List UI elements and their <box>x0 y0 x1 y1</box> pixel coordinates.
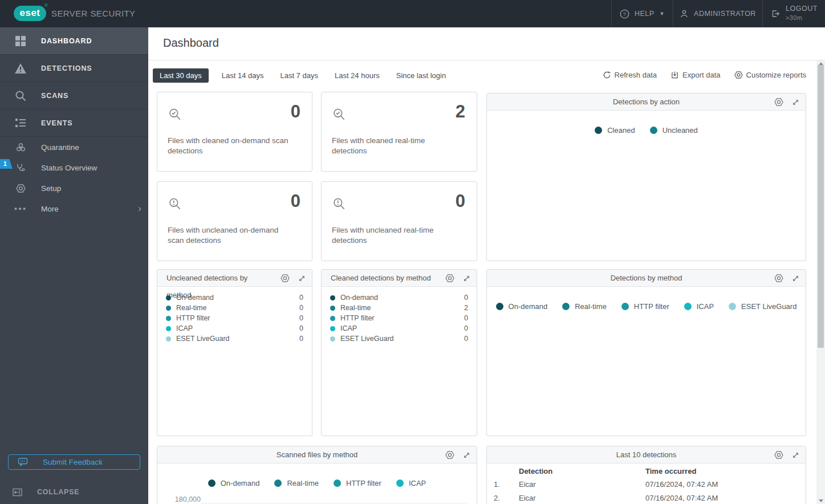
table-row[interactable]: 2.Eicar07/16/2024, 07:42 AM <box>487 494 718 504</box>
legend-value: 0 <box>299 335 303 343</box>
gear-icon[interactable] <box>774 450 783 460</box>
summary-card-cleaned-real-time[interactable]: 2 Files with cleaned real-time detection… <box>321 92 477 172</box>
refresh-data-button[interactable]: Refresh data <box>603 71 657 79</box>
collapse-button[interactable]: COLLAPSE <box>13 484 79 500</box>
sidebar-item-label: More <box>41 205 59 213</box>
gear-icon[interactable] <box>445 450 454 460</box>
gear-icon[interactable] <box>445 274 454 283</box>
expand-icon[interactable] <box>462 451 471 460</box>
panel-title: Uncleaned detections by method <box>157 270 266 287</box>
sidebar-item-more[interactable]: ●●● More › <box>0 198 148 219</box>
expand-icon[interactable] <box>462 274 471 283</box>
tab-since-last-login[interactable]: Since last login <box>393 68 449 83</box>
expand-icon[interactable] <box>791 274 800 283</box>
legend-label: ESET LiveGuard <box>176 335 230 343</box>
summary-card-uncleaned-on-demand[interactable]: 0 Files with uncleaned on-demand scan de… <box>157 181 312 261</box>
legend-label: On-demand <box>221 479 260 487</box>
card-value: 0 <box>291 101 300 122</box>
table-row[interactable]: 1.Eicar07/16/2024, 07:42 AM <box>487 480 718 494</box>
vertical-scrollbar[interactable] <box>816 60 825 504</box>
line-chart <box>487 315 807 438</box>
magnifier-icon <box>0 90 41 101</box>
legend-label: Real-time <box>575 302 607 311</box>
legend-dot <box>166 316 171 321</box>
chart-legend: On-demandReal-timeHTTP filterICAPESET Li… <box>487 299 806 313</box>
expand-icon[interactable] <box>791 451 800 460</box>
user-menu[interactable]: ADMINISTRATOR <box>673 0 762 27</box>
sidebar-item-setup[interactable]: Setup <box>0 178 148 198</box>
legend-label: ESET LiveGuard <box>340 335 394 343</box>
summary-card-cleaned-on-demand[interactable]: 0 Files with cleaned on-demand scan dete… <box>157 92 312 172</box>
tab-last-24-hours[interactable]: Last 24 hours <box>331 68 383 83</box>
legend-label: ICAP <box>340 324 357 332</box>
sidebar-item-dashboard[interactable]: DASHBOARD <box>0 27 148 55</box>
panel-header: Uncleaned detections by method <box>157 270 312 287</box>
sidebar-item-events[interactable]: EVENTS <box>0 109 148 137</box>
card-label: Files with cleaned real-time detections <box>332 136 460 156</box>
legend-dot <box>274 479 282 487</box>
tab-last-30-days[interactable]: Last 30 days <box>153 68 209 83</box>
legend-dot <box>334 479 341 487</box>
gear-icon[interactable]: 00.511.522.506/21/202407/01/202407/09/20… <box>774 274 783 283</box>
sidebar-item-label: DASHBOARD <box>41 37 92 45</box>
panel-header: Cleaned detections by method <box>322 270 477 287</box>
scroll-down-arrow[interactable] <box>819 499 823 502</box>
table-cell: 07/16/2024, 07:42 AM <box>645 494 718 504</box>
scrollbar-thumb[interactable] <box>818 65 824 348</box>
panel-title: Detections by action <box>487 94 806 111</box>
card-label: Files with uncleaned real-time detection… <box>332 225 460 246</box>
table-cell: 1. <box>487 480 519 494</box>
legend-value: 0 <box>464 335 468 343</box>
tab-last-7-days[interactable]: Last 7 days <box>277 68 322 83</box>
legend-label: ICAP <box>697 302 714 311</box>
warning-triangle-icon <box>0 63 41 74</box>
legend-row: ICAP0 <box>157 323 312 334</box>
legend-value: 2 <box>464 304 468 312</box>
tab-last-14-days[interactable]: Last 14 days <box>218 68 267 83</box>
legend-label: HTTP filter <box>176 314 210 322</box>
export-data-button[interactable]: Export data <box>670 71 721 79</box>
legend-row: ICAP0 <box>322 323 477 334</box>
chart-legend: On-demandReal-timeHTTP filterICAP <box>157 476 477 490</box>
card-value: 0 <box>291 191 300 212</box>
panel-title: Last 10 detections <box>487 446 806 464</box>
summary-card-uncleaned-real-time[interactable]: 0 Files with uncleaned real-time detecti… <box>321 181 477 261</box>
legend-dot <box>330 316 335 321</box>
submit-feedback-button[interactable]: Submit Feedback <box>8 454 140 470</box>
expand-icon[interactable] <box>791 98 800 107</box>
eset-logo: eset <box>14 6 46 21</box>
magnifier-alert-icon <box>168 197 182 214</box>
legend-value: 0 <box>464 324 468 332</box>
table-cell: Eicar <box>519 480 645 494</box>
sidebar-item-label: SCANS <box>41 92 68 100</box>
gear-icon[interactable]: 00.511.522.506/21/202407/01/202407/09/20… <box>774 97 783 107</box>
panel-title: Cleaned detections by method <box>322 270 431 287</box>
product-name: SERVER SECURITY <box>51 9 135 18</box>
gridline <box>201 503 468 503</box>
legend-label: ICAP <box>409 479 426 487</box>
dashboard-grid-icon <box>0 35 41 47</box>
sidebar-item-scans[interactable]: SCANS <box>0 82 148 109</box>
sidebar-item-detections[interactable]: DETECTIONS <box>0 55 148 82</box>
sidebar-item-quarantine[interactable]: Quarantine <box>0 137 148 157</box>
help-menu[interactable]: ? HELP ▼ <box>611 0 673 27</box>
sidebar-item-label: DETECTIONS <box>41 64 92 72</box>
legend-dot <box>562 303 570 310</box>
legend-label: On-demand <box>340 294 378 302</box>
sidebar-item-label: EVENTS <box>41 119 72 127</box>
sidebar-item-label: Setup <box>41 184 61 193</box>
logout-timer: >30m <box>786 14 802 21</box>
gear-icon[interactable] <box>281 274 290 283</box>
chart-legend: CleanedUncleaned <box>487 123 806 137</box>
panel-title: Scanned files by method <box>157 446 477 464</box>
expand-icon[interactable] <box>298 274 306 283</box>
customize-reports-button[interactable]: Customize reports <box>734 71 806 79</box>
column-header: Time occurred <box>645 467 718 480</box>
legend-dot <box>166 326 171 331</box>
logout-button[interactable]: LOGOUT >30m <box>762 0 825 27</box>
legend-row: Real-time0 <box>157 303 312 313</box>
legend-dot <box>330 336 335 342</box>
donut-legend: On-demand0Real-time2HTTP filter0ICAP0ESE… <box>322 292 477 344</box>
legend-item: HTTP filter <box>621 302 669 311</box>
sidebar-item-status-overview[interactable]: Status Overview <box>0 157 148 178</box>
